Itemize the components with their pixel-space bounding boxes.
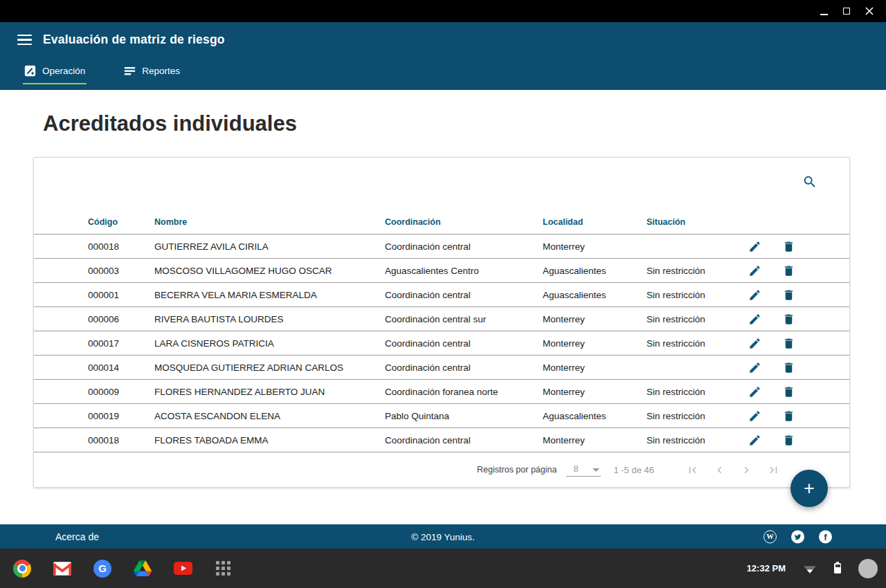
- previous-page-button[interactable]: [713, 463, 726, 477]
- cell-situacion: Sin restricción: [647, 435, 733, 445]
- facebook-icon[interactable]: f: [819, 530, 832, 543]
- youtube-icon[interactable]: [173, 559, 192, 578]
- close-icon: [865, 7, 874, 15]
- column-headers: Código Nombre Coordinación Localidad Sit…: [34, 210, 849, 234]
- tab-operacion[interactable]: Operación: [23, 62, 87, 84]
- cell-localidad: Aguascalientes: [543, 411, 647, 421]
- cell-coordinacion: Coordinación central: [385, 290, 543, 300]
- cell-coordinacion: Pablo Quintana: [385, 411, 543, 421]
- edit-button[interactable]: [748, 385, 761, 398]
- cell-nombre: GUTIERREZ AVILA CIRILA: [154, 241, 385, 252]
- cell-coordinacion: Coordinación central: [385, 435, 543, 445]
- pencil-icon: [748, 361, 761, 374]
- trash-icon: [782, 361, 795, 374]
- delete-button[interactable]: [782, 385, 795, 398]
- trash-icon: [782, 434, 795, 447]
- column-header-situacion[interactable]: Situación: [647, 217, 733, 227]
- chrome-icon[interactable]: [12, 559, 32, 578]
- chevron-left-icon: [713, 463, 726, 477]
- minimize-button[interactable]: [815, 3, 832, 19]
- last-page-button[interactable]: [767, 463, 780, 477]
- pencil-icon: [748, 288, 761, 302]
- add-button[interactable]: +: [790, 470, 828, 507]
- cell-nombre: ACOSTA ESCANDON ELENA: [154, 411, 385, 421]
- cell-actions: [733, 410, 849, 423]
- edit-button[interactable]: [748, 240, 761, 253]
- delete-button[interactable]: [782, 434, 795, 447]
- cell-codigo: 000018: [34, 241, 154, 252]
- delete-button[interactable]: [782, 337, 795, 350]
- window-titlebar: [0, 0, 886, 22]
- delete-button[interactable]: [782, 240, 795, 253]
- cell-coordinacion: Aguascalientes Centro: [385, 266, 543, 276]
- cell-localidad: Aguascalientes: [543, 290, 647, 300]
- cell-localidad: Monterrey: [543, 435, 647, 445]
- next-page-button[interactable]: [740, 463, 753, 477]
- pager-controls: [686, 463, 780, 477]
- app-launcher-icon[interactable]: [213, 559, 233, 578]
- edit-button[interactable]: [748, 410, 761, 423]
- gmail-icon[interactable]: [53, 559, 72, 578]
- column-header-codigo[interactable]: Código: [34, 217, 154, 227]
- edit-button[interactable]: [748, 313, 761, 326]
- rows-per-page-label: Registros por página: [477, 465, 557, 475]
- cell-codigo: 000019: [34, 411, 154, 421]
- cell-situacion: Sin restricción: [647, 411, 733, 421]
- trash-icon: [782, 410, 795, 423]
- column-header-coordinacion[interactable]: Coordinación: [385, 217, 543, 227]
- page-title: Acreditados individuales: [43, 111, 297, 136]
- list-lines-icon: [124, 65, 136, 77]
- cell-actions: [733, 313, 849, 326]
- search-button[interactable]: [802, 174, 817, 192]
- delete-button[interactable]: [782, 361, 795, 374]
- table-row: 000019 ACOSTA ESCANDON ELENA Pablo Quint…: [34, 404, 849, 428]
- edit-button[interactable]: [748, 288, 761, 302]
- delete-button[interactable]: [782, 313, 795, 326]
- cell-actions: [733, 264, 849, 277]
- cell-codigo: 000018: [34, 435, 154, 445]
- edit-button[interactable]: [748, 361, 761, 374]
- table-header-zone: Código Nombre Coordinación Localidad Sit…: [34, 158, 849, 234]
- edit-button[interactable]: [748, 337, 761, 350]
- cell-actions: [733, 385, 849, 398]
- menu-icon[interactable]: [17, 33, 32, 47]
- column-header-nombre[interactable]: Nombre: [154, 217, 385, 227]
- page-size-select[interactable]: 8: [566, 463, 601, 477]
- cell-nombre: RIVERA BAUTISTA LOURDES: [154, 314, 385, 324]
- cell-localidad: Monterrey: [543, 314, 647, 324]
- google-drive-icon[interactable]: [133, 559, 152, 578]
- battery-icon: [834, 563, 841, 573]
- cell-situacion: Sin restricción: [647, 387, 733, 397]
- status-tray[interactable]: 12:32 PM: [747, 559, 886, 578]
- cell-coordinacion: Coordinación central: [385, 241, 543, 252]
- delete-button[interactable]: [782, 288, 795, 302]
- cell-situacion: Sin restricción: [647, 266, 733, 276]
- twitter-icon[interactable]: [791, 530, 804, 543]
- tab-reportes[interactable]: Reportes: [123, 62, 181, 84]
- taskbar-apps: G: [0, 559, 233, 578]
- table-row: 000001 BECERRA VELA MARIA ESMERALDA Coor…: [34, 283, 849, 307]
- delete-button[interactable]: [782, 264, 795, 277]
- first-page-button[interactable]: [686, 463, 699, 477]
- edit-button[interactable]: [748, 264, 761, 277]
- wifi-icon: [803, 562, 817, 576]
- main-content: Acreditados individuales Código Nombre C…: [0, 90, 886, 524]
- pagination-range: 1 -5 de 46: [613, 465, 654, 475]
- first-page-icon: [686, 463, 699, 477]
- delete-button[interactable]: [782, 410, 795, 423]
- wordpress-icon[interactable]: W: [763, 530, 777, 543]
- column-header-localidad[interactable]: Localidad: [543, 217, 647, 227]
- pencil-icon: [748, 313, 761, 326]
- maximize-button[interactable]: [838, 3, 855, 19]
- cell-coordinacion: Coordinación central: [385, 338, 543, 349]
- clock: 12:32 PM: [747, 563, 786, 573]
- page-size-value: 8: [573, 463, 578, 474]
- close-button[interactable]: [861, 3, 878, 19]
- minimize-icon: [820, 14, 828, 15]
- edit-button[interactable]: [748, 434, 761, 447]
- app-header: Evaluación de matriz de riesgo Operación: [0, 22, 886, 90]
- cell-nombre: BECERRA VELA MARIA ESMERALDA: [154, 290, 385, 300]
- account-avatar[interactable]: [858, 559, 878, 578]
- cell-codigo: 000009: [34, 387, 154, 397]
- google-icon[interactable]: G: [93, 559, 112, 578]
